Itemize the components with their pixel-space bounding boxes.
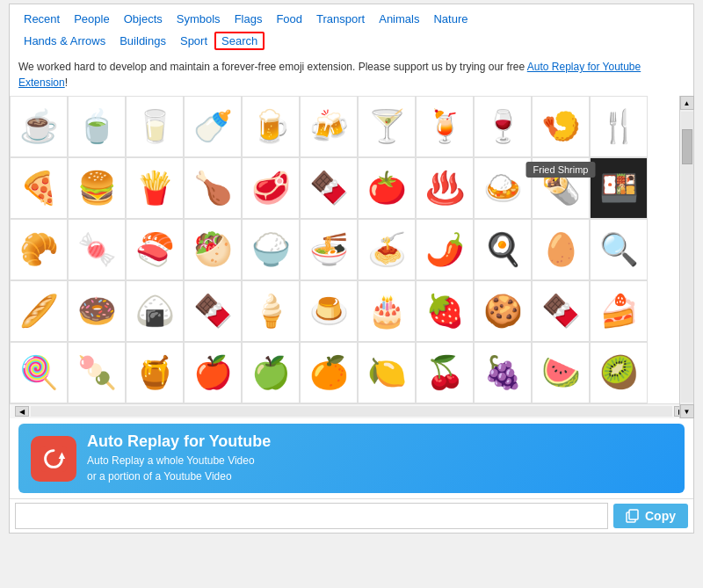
emoji-cell[interactable]: 🔍 — [590, 219, 648, 280]
emoji-cell[interactable]: 🍹 — [416, 96, 474, 157]
scroll-left-btn[interactable]: ◀ — [15, 406, 29, 417]
emoji-cell[interactable]: 🍙 — [126, 280, 184, 342]
promo-title-line1: Auto Replay for Youtube — [87, 432, 271, 452]
emoji-cell[interactable]: 🍳 — [474, 219, 532, 280]
emoji-cell[interactable]: 🍯 — [126, 342, 184, 403]
emoji-cell[interactable]: 🍏 — [242, 342, 300, 403]
scroll-up-btn[interactable]: ▲ — [680, 96, 694, 110]
scroll-track[interactable] — [31, 406, 672, 417]
nav-search[interactable]: Search — [214, 32, 265, 50]
emoji-cell[interactable]: 🥩 — [242, 157, 300, 219]
emoji-cell[interactable]: 🥙 — [184, 219, 242, 280]
emoji-cell[interactable]: 🍝 — [358, 219, 416, 280]
emoji-cell[interactable]: 🍓 — [416, 280, 474, 342]
emoji-cell[interactable]: 🍫 — [184, 280, 242, 342]
vertical-scrollbar[interactable]: ▲ ▼ — [679, 96, 693, 418]
emoji-cell-fried-shrimp[interactable]: 🍤 Fried Shrimp — [532, 96, 590, 157]
emoji-cell[interactable]: 🍛 — [474, 157, 532, 219]
main-container: Recent People Objects Symbols Flags Food… — [9, 4, 694, 534]
nav-transport[interactable]: Transport — [309, 10, 372, 28]
copy-label: Copy — [645, 509, 676, 523]
emoji-cell[interactable]: 🍴 — [590, 96, 648, 157]
emoji-cell[interactable]: 🍻 — [300, 96, 358, 157]
promo-subtitle1: Auto Replay a whole Youtube Video — [87, 454, 271, 468]
emoji-cell[interactable]: 🍇 — [474, 342, 532, 403]
nav-sport[interactable]: Sport — [173, 32, 214, 50]
emoji-cell[interactable]: 🍮 — [300, 280, 358, 342]
emoji-cell[interactable]: 🥝 — [590, 342, 648, 403]
emoji-cell[interactable]: 🍎 — [184, 342, 242, 403]
nav-recent[interactable]: Recent — [17, 10, 67, 28]
emoji-grid: ☕ 🍵 🥛 🍼 🍺 🍻 🍸 🍹 🍷 🍤 Fried Shrimp 🍴 🍕 🍔 🍟 — [10, 96, 693, 403]
emoji-cell[interactable]: 🍅 — [358, 157, 416, 219]
svg-rect-3 — [629, 510, 638, 519]
nav-objects[interactable]: Objects — [117, 10, 170, 28]
emoji-cell[interactable]: 🥛 — [126, 96, 184, 157]
nav-buildings[interactable]: Buildings — [112, 32, 173, 50]
emoji-cell[interactable]: 🍟 — [126, 157, 184, 219]
emoji-section: ☕ 🍵 🥛 🍼 🍺 🍻 🍸 🍹 🍷 🍤 Fried Shrimp 🍴 🍕 🍔 🍟 — [10, 96, 693, 418]
emoji-input[interactable] — [15, 503, 608, 529]
emoji-cell[interactable]: 🍸 — [358, 96, 416, 157]
emoji-cell[interactable]: 🥐 — [10, 219, 68, 280]
emoji-cell[interactable]: 🍗 — [184, 157, 242, 219]
nav-row2: Hands & Arrows Buildings Sport Search — [10, 30, 693, 54]
emoji-cell[interactable]: 🍡 — [68, 342, 126, 403]
nav-hands-arrows[interactable]: Hands & Arrows — [17, 32, 112, 50]
nav-nature[interactable]: Nature — [426, 10, 475, 28]
emoji-cell[interactable]: 🍒 — [416, 342, 474, 403]
emoji-cell[interactable]: 🥚 — [532, 219, 590, 280]
fried-shrimp-tooltip: Fried Shrimp — [526, 162, 596, 178]
emoji-cell[interactable]: 🍣 — [126, 219, 184, 280]
promo-icon-box[interactable] — [31, 436, 76, 482]
scroll-thumb[interactable] — [682, 129, 692, 164]
emoji-cell[interactable]: 🌶️ — [416, 219, 474, 280]
emoji-cell[interactable]: 🍫 — [300, 157, 358, 219]
emoji-cell[interactable]: 🍫 — [532, 280, 590, 342]
emoji-cell[interactable]: 🍬 — [68, 219, 126, 280]
emoji-cell[interactable]: 🍩 — [68, 280, 126, 342]
emoji-cell[interactable]: 🍦 — [242, 280, 300, 342]
emoji-cell[interactable]: 🍜 — [300, 219, 358, 280]
promo-subtitle2: or a portion of a Youtube Video — [87, 469, 271, 484]
emoji-cell[interactable]: 🍷 — [474, 96, 532, 157]
emoji-cell[interactable]: 🍕 — [10, 157, 68, 219]
nav-row1: Recent People Objects Symbols Flags Food… — [10, 4, 693, 30]
emoji-cell[interactable]: 🍱 — [590, 157, 648, 219]
nav-animals[interactable]: Animals — [372, 10, 426, 28]
promo-banner-text: Auto Replay for Youtube Auto Replay a wh… — [87, 432, 271, 484]
nav-symbols[interactable]: Symbols — [170, 10, 228, 28]
replay-icon — [39, 444, 69, 474]
emoji-cell[interactable]: 🍺 — [242, 96, 300, 157]
emoji-cell[interactable]: ☕ — [10, 96, 68, 157]
scroll-down-btn[interactable]: ▼ — [680, 404, 694, 418]
emoji-cell[interactable]: 🍉 — [532, 342, 590, 403]
emoji-cell[interactable]: ♨️ — [416, 157, 474, 219]
horizontal-scrollbar[interactable]: ◀ ▶ — [10, 403, 693, 418]
copy-button[interactable]: Copy — [613, 504, 688, 528]
emoji-cell[interactable]: 🍋 — [358, 342, 416, 403]
emoji-cell[interactable]: 🍰 — [590, 280, 648, 342]
promo-text: We worked hard to develop and maintain a… — [10, 54, 693, 96]
emoji-cell[interactable]: 🍭 — [10, 342, 68, 403]
emoji-cell[interactable]: 🎂 — [358, 280, 416, 342]
scroll-track-v[interactable] — [681, 112, 693, 403]
nav-people[interactable]: People — [67, 10, 116, 28]
emoji-cell[interactable]: 🍚 — [242, 219, 300, 280]
emoji-cell[interactable]: 🍼 — [184, 96, 242, 157]
bottom-bar: Copy — [10, 498, 693, 533]
promo-banner: Auto Replay for Youtube Auto Replay a wh… — [18, 424, 685, 493]
emoji-cell[interactable]: 🍵 — [68, 96, 126, 157]
emoji-cell[interactable]: 🍔 — [68, 157, 126, 219]
emoji-cell[interactable]: 🥖 — [10, 280, 68, 342]
emoji-cell[interactable]: 🍪 — [474, 280, 532, 342]
nav-flags[interactable]: Flags — [228, 10, 270, 28]
emoji-cell[interactable]: 🍊 — [300, 342, 358, 403]
copy-icon — [626, 509, 640, 523]
nav-food[interactable]: Food — [269, 10, 309, 28]
